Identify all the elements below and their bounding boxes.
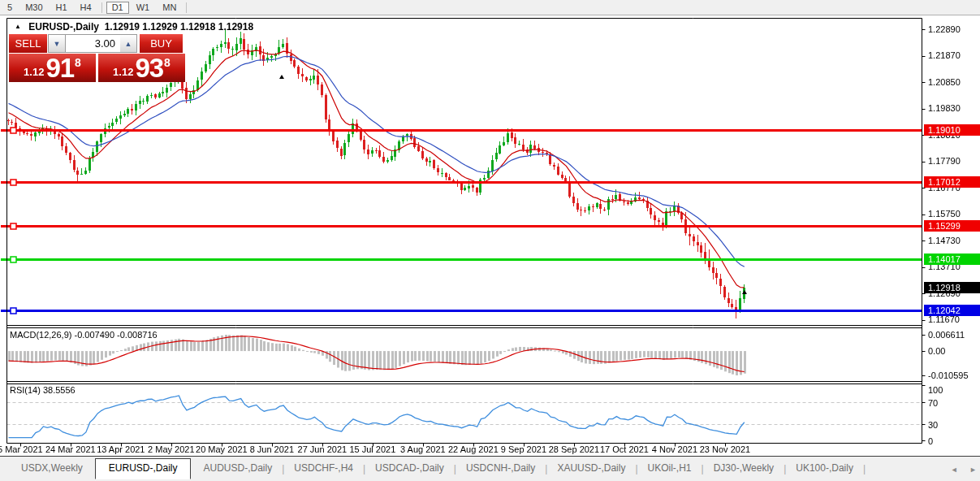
buy-price-button[interactable]: 1.12 93 8 [98, 54, 185, 82]
rsi-axis-tick-label: 0 [928, 436, 933, 446]
arrow-up-icon: ▲ [125, 40, 132, 48]
chart-tab-usdchf-h4[interactable]: USDCHF-,H4 [284, 460, 363, 477]
volume-decrease-button[interactable]: ▼ [48, 34, 66, 53]
one-click-trading-panel: SELL ▼ ▲ BUY 1.12 91 8 1.12 93 8 [9, 34, 185, 82]
chart-tab-usdcnh-daily[interactable]: USDCNH-,Daily [456, 460, 545, 477]
price-line-badge: 1.17012 [924, 176, 980, 188]
macd-axis-max-label: 0.006611 [928, 330, 965, 340]
price-axis-tick-label: 1.22890 [928, 24, 961, 34]
price-line-badge: 1.19010 [924, 124, 980, 136]
sell-price-sup: 8 [75, 56, 81, 69]
buy-price-prefix: 1.12 [113, 66, 133, 78]
tab-separator: | [863, 463, 866, 474]
chart-ohlc-readout: ▲ EURUSD-,Daily 1.12919 1.12929 1.12918 … [15, 21, 253, 32]
chart-tab-ukoil-h1[interactable]: UKOil-,H1 [638, 460, 702, 477]
price-axis-tick-label: 1.20850 [928, 77, 961, 87]
buy-price-sup: 8 [164, 56, 171, 69]
price-line-badge: 1.12042 [924, 305, 980, 316]
buy-button[interactable]: BUY [140, 34, 183, 53]
price-axis-tick-label: 1.17790 [928, 156, 961, 166]
chart-tab-audusd-daily[interactable]: AUDUSD-,Daily [193, 460, 282, 477]
sell-price-prefix: 1.12 [24, 66, 44, 78]
current-price-badge: 1.12918 [924, 282, 980, 293]
collapse-triangle-icon[interactable]: ▲ [15, 23, 21, 30]
date-axis-label: 27 Jun 2021 [298, 444, 348, 454]
rsi-axis-tick-label: 70 [928, 398, 938, 408]
date-axis-label: 8 Jun 2021 [250, 444, 294, 454]
chart-tab-usdx-weekly[interactable]: USDX,Weekly [11, 460, 93, 477]
date-axis-label: 28 Sep 2021 [549, 444, 599, 454]
price-axis-tick-label: 1.11670 [928, 314, 960, 324]
chart-tabs-bar: USDX,WeeklyEURUSD-,DailyAUDUSD-,Daily|US… [0, 456, 980, 481]
mt4-window: 5M30H1H4D1W1MN ▲ EURUSD-,Daily 1.12919 1… [0, 0, 980, 481]
buy-price-big: 93 [135, 54, 163, 81]
date-axis-label: 4 Nov 2021 [652, 444, 697, 454]
date-axis-label: 5 Mar 2021 [0, 444, 43, 454]
sell-button[interactable]: SELL [9, 34, 47, 53]
chart-tab-dj30-weekly[interactable]: DJ30-,Weekly [704, 460, 784, 477]
rsi-axis-tick-label: 100 [928, 385, 943, 395]
macd-axis-min-label: -0.010595 [928, 370, 969, 380]
price-axis-tick-label: 1.14730 [928, 236, 961, 245]
date-axis-label: 24 Mar 2021 [45, 444, 96, 454]
date-axis-label: 20 May 2021 [196, 444, 248, 454]
rsi-label: RSI(14) 38.5556 [10, 385, 76, 395]
chart-tab-xauusd-daily[interactable]: XAUUSD-,Daily [547, 460, 635, 477]
macd-label: MACD(12,26,9) -0.007490 -0.008716 [10, 330, 158, 340]
tab-scroll-left-icon[interactable]: ◄ [951, 466, 958, 474]
chart-tab-eurusd-daily[interactable]: EURUSD-,Daily [95, 458, 192, 479]
chart-quotes-label: 1.12919 1.12929 1.12918 1.12918 [105, 21, 254, 32]
arrow-down-icon: ▼ [54, 40, 61, 48]
date-axis-label: 22 Aug 2021 [448, 444, 499, 454]
macd-axis-zero-label: 0.00 [928, 346, 945, 356]
date-axis-label: 2 May 2021 [148, 444, 194, 454]
price-axis-tick-label: 1.21870 [928, 50, 961, 60]
chart-tab-uk100-daily[interactable]: UK100-,Daily [786, 460, 863, 477]
date-axis-label: 15 Jul 2021 [349, 444, 395, 454]
chart-tab-usdcad-daily[interactable]: USDCAD-,Daily [365, 460, 454, 477]
sell-price-button[interactable]: 1.12 91 8 [9, 54, 96, 82]
date-axis-label: 9 Sep 2021 [501, 444, 546, 454]
sell-price-big: 91 [45, 54, 74, 81]
price-line-badge: 1.14017 [924, 254, 980, 265]
rsi-axis-tick-label: 30 [928, 420, 938, 430]
volume-increase-button[interactable]: ▲ [120, 34, 137, 53]
tab-scroll-arrows: ◄ ► [941, 466, 977, 474]
price-line-badge: 1.15299 [924, 220, 980, 232]
chart-symbol-label: EURUSD-,Daily [28, 21, 99, 32]
volume-input[interactable] [66, 34, 120, 53]
date-axis-label: 23 Nov 2021 [700, 444, 750, 454]
date-axis-label: 17 Oct 2021 [600, 444, 649, 454]
date-axis-label: 3 Aug 2021 [400, 444, 446, 454]
price-axis-tick-label: 1.15750 [928, 209, 961, 219]
tab-scroll-right-icon[interactable]: ► [969, 466, 977, 474]
price-axis-tick-label: 1.19830 [928, 103, 961, 113]
date-axis-label: 13 Apr 2021 [97, 444, 145, 454]
